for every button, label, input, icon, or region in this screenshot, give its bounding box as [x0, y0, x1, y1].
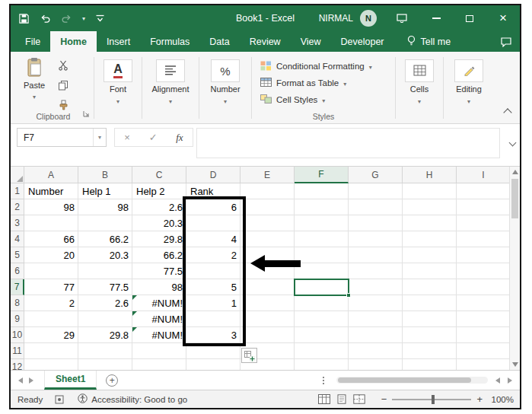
cells-dropdown-icon[interactable]: [418, 96, 421, 105]
row-header-8[interactable]: 8: [11, 295, 24, 311]
minimize-button[interactable]: [419, 5, 453, 31]
tab-data[interactable]: Data: [199, 31, 239, 52]
cell-B10[interactable]: 29.8: [78, 327, 132, 343]
cell-B2[interactable]: 98: [78, 199, 132, 215]
row-header-6[interactable]: 6: [11, 263, 24, 279]
cell-B8[interactable]: 2.6: [78, 295, 132, 311]
cell-A8[interactable]: 2: [24, 295, 78, 311]
column-header-H[interactable]: H: [403, 167, 457, 183]
fill-handle[interactable]: [346, 293, 351, 298]
cell-B7[interactable]: 77.5: [78, 279, 132, 295]
ribbon-group-editing[interactable]: Editing: [446, 54, 492, 123]
undo-icon[interactable]: [40, 13, 51, 24]
row-header-1[interactable]: 1: [11, 183, 24, 199]
font-dropdown-icon[interactable]: [116, 96, 119, 105]
zoom-out-icon[interactable]: [381, 393, 387, 405]
cell-C4[interactable]: 29.8: [132, 231, 186, 247]
user-name[interactable]: NIRMAL: [319, 13, 353, 24]
cell-C3[interactable]: 20.3: [132, 215, 186, 231]
sheet-nav-right-icon[interactable]: [29, 377, 33, 384]
tab-review[interactable]: Review: [240, 31, 291, 52]
tab-view[interactable]: View: [291, 31, 331, 52]
row-header-5[interactable]: 5: [11, 247, 24, 263]
sheet-tab-sheet1[interactable]: Sheet1: [44, 371, 97, 390]
tab-developer[interactable]: Developer: [331, 31, 394, 52]
zoom-in-icon[interactable]: [476, 393, 483, 405]
cell-A1[interactable]: Number: [24, 183, 78, 199]
column-header-C[interactable]: C: [132, 167, 186, 183]
editing-dropdown-icon[interactable]: [467, 96, 470, 105]
cell-C8[interactable]: #NUM!: [132, 295, 186, 311]
view-page-layout-icon[interactable]: [336, 394, 348, 404]
tab-splitter-handle[interactable]: [323, 377, 324, 378]
row-header-7[interactable]: 7: [11, 279, 24, 295]
column-header-F[interactable]: F: [295, 167, 349, 183]
cell-C1[interactable]: Help 2: [132, 183, 186, 199]
view-page-break-icon[interactable]: [353, 394, 365, 404]
cell-A7[interactable]: 77: [24, 279, 78, 295]
tab-file[interactable]: File: [15, 31, 50, 52]
cell-C7[interactable]: 98: [132, 279, 186, 295]
cell-A2[interactable]: 98: [24, 199, 78, 215]
accessibility-status[interactable]: Accessibility: Good to go: [78, 393, 187, 405]
column-header-D[interactable]: D: [186, 167, 241, 183]
column-header-B[interactable]: B: [78, 167, 132, 183]
select-all-corner[interactable]: [11, 167, 24, 183]
row-header-4[interactable]: 4: [11, 231, 24, 247]
column-header-E[interactable]: E: [241, 167, 295, 183]
conditional-formatting-button[interactable]: Conditional Formatting: [260, 58, 390, 75]
copy-icon[interactable]: [58, 80, 68, 94]
hscroll-left-icon[interactable]: [495, 377, 500, 384]
tab-insert[interactable]: Insert: [97, 31, 140, 52]
save-icon[interactable]: [18, 13, 30, 24]
formula-input[interactable]: [196, 128, 500, 158]
cell-C5[interactable]: 66.2: [132, 247, 186, 263]
hscroll-right-icon[interactable]: [508, 377, 512, 384]
alignment-dropdown-icon[interactable]: [169, 96, 172, 105]
cell-D8[interactable]: 1: [186, 295, 241, 311]
cell-A10[interactable]: 29: [24, 327, 78, 343]
scroll-down-icon[interactable]: [512, 362, 518, 367]
name-box[interactable]: F7: [17, 128, 107, 147]
cell-C6[interactable]: 77.5: [132, 263, 186, 279]
column-header-I[interactable]: I: [457, 167, 511, 183]
horizontal-scrollbar[interactable]: [336, 377, 488, 384]
vertical-scroll-thumb[interactable]: [511, 179, 518, 218]
cell-B5[interactable]: 20.3: [78, 247, 132, 263]
cell-D7[interactable]: 5: [186, 279, 241, 295]
ribbon-group-number[interactable]: % Number: [202, 54, 249, 123]
row-header-10[interactable]: 10: [11, 327, 24, 343]
cancel-icon[interactable]: ×: [124, 132, 130, 143]
format-as-table-dropdown-icon[interactable]: [343, 78, 346, 88]
row-header-11[interactable]: 11: [11, 343, 24, 359]
cell-A4[interactable]: 66: [24, 231, 78, 247]
undo-dropdown-icon[interactable]: [82, 15, 85, 22]
view-normal-icon[interactable]: [318, 394, 330, 404]
number-dropdown-icon[interactable]: [224, 96, 227, 105]
formula-bar-expand-icon[interactable]: [510, 135, 515, 148]
sheet-nav-left-icon[interactable]: [18, 377, 23, 384]
column-header-A[interactable]: A: [24, 167, 78, 183]
enter-icon[interactable]: ✓: [149, 132, 158, 143]
collapse-ribbon-icon[interactable]: [503, 108, 511, 116]
row-header-2[interactable]: 2: [11, 199, 24, 215]
column-header-G[interactable]: G: [349, 167, 403, 183]
cut-icon[interactable]: [58, 60, 68, 74]
paste-button[interactable]: Paste: [17, 57, 52, 100]
conditional-formatting-dropdown-icon[interactable]: [369, 62, 372, 71]
name-box-dropdown-icon[interactable]: [93, 129, 106, 146]
new-sheet-button[interactable]: [106, 374, 118, 387]
horizontal-scroll-thumb[interactable]: [338, 377, 471, 383]
ribbon-display-options-icon[interactable]: [397, 14, 407, 23]
vertical-scrollbar[interactable]: [509, 167, 520, 370]
row-header-3[interactable]: 3: [11, 215, 24, 231]
cell-A5[interactable]: 20: [24, 247, 78, 263]
comment-icon[interactable]: [500, 31, 512, 52]
ribbon-group-font[interactable]: A Font: [97, 54, 139, 123]
format-as-table-button[interactable]: Format as Table: [260, 75, 390, 91]
cell-D10[interactable]: 3: [186, 327, 241, 343]
cell-D5[interactable]: 2: [186, 247, 241, 263]
cell-C10[interactable]: #NUM!: [132, 327, 186, 343]
cell-styles-button[interactable]: Cell Styles: [260, 91, 390, 108]
paste-options-button[interactable]: [241, 348, 257, 363]
